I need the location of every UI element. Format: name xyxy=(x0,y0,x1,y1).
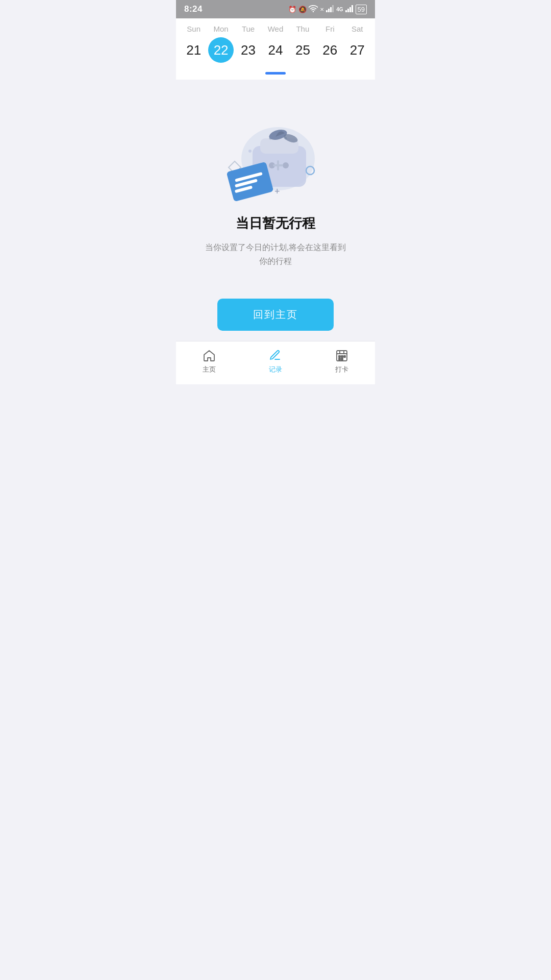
svg-point-13 xyxy=(283,162,289,168)
date-25[interactable]: 25 xyxy=(290,37,315,63)
battery-icon: 59 xyxy=(356,5,367,14)
empty-illustration: + xyxy=(219,100,332,202)
signal-x-icon: ✕ xyxy=(320,7,324,12)
date-27[interactable]: 27 xyxy=(344,37,370,63)
svg-point-23 xyxy=(248,150,252,153)
svg-rect-28 xyxy=(344,356,345,357)
svg-rect-15 xyxy=(273,164,283,166)
svg-rect-1 xyxy=(328,9,330,12)
svg-rect-29 xyxy=(339,358,340,360)
calendar-header: Sun Mon Tue Wed Thu Fri Sat 21 22 23 24 … xyxy=(176,18,375,80)
indicator-row xyxy=(180,69,371,80)
svg-rect-0 xyxy=(326,10,328,12)
selected-day-indicator xyxy=(265,72,286,75)
checkin-icon xyxy=(335,349,349,363)
svg-rect-6 xyxy=(349,7,351,12)
nav-records-label: 记录 xyxy=(269,365,282,374)
weekday-sun: Sun xyxy=(181,24,207,33)
date-row: 21 22 23 24 25 26 27 xyxy=(180,37,371,69)
home-icon xyxy=(202,349,216,363)
empty-subtitle: 当你设置了今日的计划,将会在这里看到你的行程 xyxy=(204,240,347,268)
date-23[interactable]: 23 xyxy=(236,37,261,63)
date-26[interactable]: 26 xyxy=(317,37,343,63)
weekday-tue: Tue xyxy=(236,24,261,33)
nav-records[interactable]: 记录 xyxy=(258,347,293,376)
wifi-icon xyxy=(309,5,318,14)
svg-rect-26 xyxy=(339,356,340,357)
status-icons: ⏰ 🔕 ✕ 4G xyxy=(288,5,367,14)
svg-rect-4 xyxy=(345,10,347,12)
svg-rect-3 xyxy=(332,5,334,12)
empty-title: 当日暂无行程 xyxy=(236,214,315,232)
status-time: 8:24 xyxy=(184,4,203,14)
nav-checkin[interactable]: 打卡 xyxy=(324,347,359,376)
alarm-icon: ⏰ xyxy=(288,6,296,13)
weekday-thu: Thu xyxy=(290,24,315,33)
date-24[interactable]: 24 xyxy=(263,37,288,63)
weekday-row: Sun Mon Tue Wed Thu Fri Sat xyxy=(180,24,371,33)
back-home-button[interactable]: 回到主页 xyxy=(217,299,334,331)
weekday-fri: Fri xyxy=(317,24,343,33)
svg-rect-2 xyxy=(330,7,332,12)
main-content: + 当日暂无行程 当你设置了今日的计划,将会在这里看到你的行程 回到主页 xyxy=(176,80,375,341)
battery-level: 59 xyxy=(358,6,365,13)
svg-rect-27 xyxy=(341,356,343,357)
signal-bars-2-icon xyxy=(345,5,354,14)
date-21[interactable]: 21 xyxy=(181,37,207,63)
signal-bars-icon xyxy=(326,5,334,14)
bottom-nav: 主页 记录 打卡 xyxy=(176,341,375,384)
weekday-sat: Sat xyxy=(344,24,370,33)
nav-checkin-label: 打卡 xyxy=(335,365,348,374)
weekday-mon: Mon xyxy=(208,24,234,33)
svg-text:+: + xyxy=(274,186,280,197)
records-icon xyxy=(268,349,283,363)
svg-rect-30 xyxy=(341,358,343,360)
weekday-wed: Wed xyxy=(263,24,288,33)
nav-home[interactable]: 主页 xyxy=(192,347,227,376)
network-type: 4G xyxy=(336,7,343,12)
svg-rect-5 xyxy=(347,9,349,12)
nav-home-label: 主页 xyxy=(203,365,216,374)
svg-rect-7 xyxy=(352,5,353,12)
status-bar: 8:24 ⏰ 🔕 ✕ 4G xyxy=(176,0,375,18)
date-22[interactable]: 22 xyxy=(208,37,234,63)
bell-off-icon: 🔕 xyxy=(298,6,307,13)
